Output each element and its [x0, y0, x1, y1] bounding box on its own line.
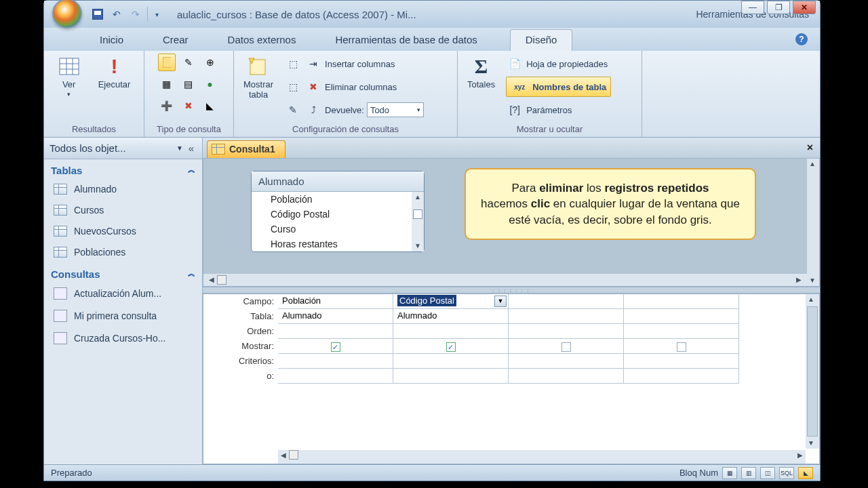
parameters-button[interactable]: [?] Parámetros — [506, 100, 611, 120]
view-sql-button[interactable]: SQL — [779, 467, 794, 479]
nav-sec-queries[interactable]: Consultas ︽ — [44, 263, 202, 283]
grid-cell[interactable] — [624, 369, 739, 384]
nav-header[interactable]: Todos los objet... ▼ « — [44, 138, 202, 159]
show-checkbox[interactable]: ✓ — [331, 342, 340, 352]
redo-icon[interactable]: ↷ — [128, 7, 143, 22]
grid-cell[interactable] — [393, 354, 509, 369]
show-table-button[interactable]: Mostrar tabla — [239, 54, 277, 101]
help-icon[interactable]: ? — [795, 33, 808, 45]
scroll-up-icon[interactable]: ▲ — [412, 192, 423, 203]
close-doc-icon[interactable]: × — [807, 142, 813, 154]
upper-vscroll[interactable]: ▲ ▼ — [807, 159, 819, 286]
grid-vscroll[interactable]: ▲ ▼ — [806, 294, 819, 449]
scroll-left-icon[interactable]: ◀ — [278, 450, 289, 461]
insert-col-icon[interactable]: ⇥ — [304, 55, 322, 73]
passthrough-icon[interactable]: ● — [201, 75, 219, 93]
nav-sec-tables[interactable]: Tablas ︽ — [44, 159, 202, 179]
minimize-button[interactable]: — — [741, 1, 764, 14]
scroll-down-icon[interactable]: ▼ — [806, 438, 816, 449]
grid-cell[interactable]: Código Postal▼ — [393, 294, 509, 309]
office-button[interactable] — [52, 0, 82, 28]
delete-cols-label[interactable]: Eliminar columnas — [325, 82, 397, 92]
table-box-alumnado[interactable]: Alumnado PoblaciónCódigo PostalCursoHora… — [251, 171, 425, 252]
tab-home[interactable]: Inicio — [93, 30, 130, 51]
grid-cell[interactable] — [624, 309, 739, 324]
field-item[interactable]: Población — [252, 192, 424, 207]
grid-cell[interactable] — [509, 354, 624, 369]
grid-cell[interactable] — [624, 354, 739, 369]
view-datasheet-icon[interactable]: ▦ — [722, 467, 737, 479]
insert-row-icon[interactable]: ⬚ — [284, 55, 302, 73]
select-query-icon[interactable] — [158, 54, 176, 71]
scroll-down-icon[interactable]: ▼ — [412, 241, 423, 251]
nav-query-item[interactable]: Mi primera consulta — [44, 305, 202, 327]
nav-table-item[interactable]: Poblaciones — [44, 242, 202, 263]
grid-cell[interactable] — [278, 369, 393, 384]
grid-hscroll[interactable]: ◀ ▶ — [278, 450, 806, 464]
tab-db-tools[interactable]: Herramientas de base de datos — [328, 30, 484, 51]
nav-table-item[interactable]: Cursos — [44, 200, 202, 221]
show-checkbox[interactable] — [677, 342, 686, 352]
make-table-icon[interactable]: ✎ — [180, 54, 197, 71]
upper-hscroll[interactable]: ◀ ▶ — [203, 274, 807, 286]
grid-cell[interactable] — [509, 294, 624, 309]
crosstab-icon[interactable]: ▤ — [180, 75, 197, 93]
query-design-upper[interactable]: Alumnado PoblaciónCódigo PostalCursoHora… — [203, 158, 820, 287]
property-sheet-button[interactable]: 📄 Hoja de propiedades — [506, 54, 611, 74]
dropdown-icon[interactable]: ▼ — [494, 296, 507, 307]
update-icon[interactable]: ▦ — [158, 75, 176, 93]
grid-cell[interactable] — [624, 294, 739, 309]
splitter-handle[interactable]: : : : : : : : — [203, 287, 820, 293]
scroll-right-icon[interactable]: ▶ — [793, 274, 804, 285]
grid-cell[interactable]: Alumnado — [393, 309, 509, 324]
tab-external-data[interactable]: Datos externos — [221, 30, 303, 51]
qat-more-icon[interactable]: ▾ — [147, 7, 162, 22]
maximize-button[interactable]: ❐ — [767, 1, 790, 14]
grid-cell[interactable]: Alumnado — [278, 309, 393, 324]
field-item[interactable]: Horas restantes — [252, 237, 424, 251]
scroll-up-icon[interactable]: ▲ — [807, 159, 818, 169]
grid-cell[interactable]: ✓ — [278, 339, 393, 354]
delete-query-icon[interactable]: ✖ — [180, 97, 197, 115]
view-button[interactable]: Ver ▾ — [54, 54, 85, 99]
save-icon[interactable] — [90, 7, 105, 22]
grid-cell[interactable] — [393, 369, 509, 384]
scroll-down-icon[interactable]: ▼ — [807, 275, 818, 286]
scroll-right-icon[interactable]: ▶ — [795, 450, 806, 461]
delete-col-icon[interactable]: ✖ — [304, 78, 322, 96]
view-pivot-icon[interactable]: ▥ — [741, 467, 756, 479]
insert-cols-label[interactable]: Insertar columnas — [325, 59, 395, 69]
grid-cell[interactable] — [509, 309, 624, 324]
grid-cell[interactable] — [624, 339, 739, 354]
grid-cell[interactable] — [278, 354, 393, 369]
grid-cell[interactable] — [278, 324, 393, 339]
grid-cell[interactable] — [509, 369, 624, 384]
tab-create[interactable]: Crear — [156, 30, 195, 51]
show-checkbox[interactable]: ✓ — [446, 342, 456, 352]
grid-cell[interactable]: ✓ — [393, 339, 509, 354]
nav-table-item[interactable]: Alumnado — [44, 179, 202, 200]
table-field-list[interactable]: PoblaciónCódigo PostalCursoHoras restant… — [252, 192, 424, 251]
return-icon[interactable]: ⤴ — [304, 101, 322, 119]
nav-query-item[interactable]: Actualización Alum... — [44, 283, 202, 305]
return-select[interactable]: Todo ▾ — [367, 102, 424, 117]
hscroll-thumb[interactable] — [289, 450, 298, 460]
collapse-pane-icon[interactable]: « — [186, 142, 197, 154]
query-grid[interactable]: Campo: Tabla: Orden: Mostrar: Criterios:… — [203, 293, 820, 464]
view-design-icon[interactable]: ◣ — [798, 467, 813, 479]
field-item[interactable]: Curso — [252, 222, 424, 237]
field-item[interactable]: Código Postal — [252, 207, 424, 222]
doc-tab-consulta1[interactable]: Consulta1 — [207, 140, 285, 158]
undo-icon[interactable]: ↶ — [109, 7, 124, 22]
delete-row-icon[interactable]: ⬚ — [284, 78, 302, 96]
hscroll-thumb[interactable] — [217, 275, 226, 285]
scroll-thumb[interactable] — [413, 209, 422, 219]
scroll-left-icon[interactable]: ◀ — [206, 274, 217, 285]
builder-icon[interactable]: ✎ — [284, 101, 302, 119]
close-button[interactable]: ✕ — [793, 1, 816, 14]
ddl-icon[interactable]: ◣ — [201, 97, 219, 115]
scroll-up-icon[interactable]: ▲ — [806, 294, 816, 305]
grid-cell[interactable] — [509, 324, 624, 339]
scroll-thumb[interactable] — [807, 306, 818, 436]
grid-cell[interactable] — [624, 324, 739, 339]
